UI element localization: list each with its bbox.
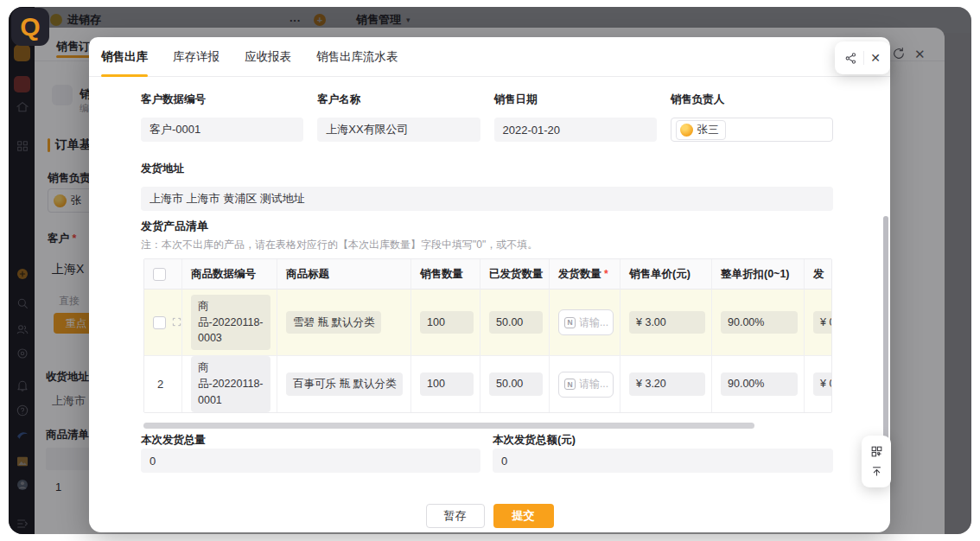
form-fields-row: 客户数据编号 客户-0001 客户名称 上海XX有限公司 销售日期 2022-0… xyxy=(141,92,833,142)
unit-price: ¥ 3.00 xyxy=(629,311,705,334)
divider xyxy=(863,51,864,65)
field-customer-code: 客户数据编号 客户-0001 xyxy=(141,92,303,142)
shipped-qty: 50.00 xyxy=(489,311,543,334)
field-label: 客户数据编号 xyxy=(141,92,303,107)
ship-qty-placeholder: 请输... xyxy=(579,377,608,391)
expand-row-icon[interactable] xyxy=(172,315,181,330)
discount: 90.00% xyxy=(721,311,798,334)
product-list-title: 发货产品清单 xyxy=(141,219,208,234)
table-horizontal-scrollbar[interactable] xyxy=(143,423,754,429)
modal-vertical-scrollbar[interactable] xyxy=(883,216,888,448)
close-icon[interactable]: ✕ xyxy=(870,52,881,64)
sales-date-input[interactable]: 2022-01-20 xyxy=(494,118,657,142)
floating-tools xyxy=(862,436,891,487)
sales-owner-input[interactable]: 张三 xyxy=(671,118,833,142)
sales-outbound-modal: 销售出库 库存详报 应收报表 销售出库流水表 客户数据编号 客户-0001 客户… xyxy=(89,37,890,532)
sales-qty: 100 xyxy=(420,311,474,334)
total-amount-value: 0 xyxy=(493,449,833,473)
ship-qty-input[interactable]: N 请输... xyxy=(558,372,614,398)
screenshot-stage: 进销存 ··· + 销售管理 ▾ xyxy=(0,0,980,541)
qr-code-icon[interactable] xyxy=(870,445,883,458)
total-amount-label: 本次发货总额(元) xyxy=(493,433,576,448)
back-to-top-icon[interactable] xyxy=(870,465,883,478)
amount: ¥ 0 xyxy=(813,372,832,396)
tab-receivable-report[interactable]: 应收报表 xyxy=(245,37,291,76)
required-marker: * xyxy=(604,268,608,280)
customer-code-input[interactable]: 客户-0001 xyxy=(141,118,303,142)
col-product-title: 商品标题 xyxy=(286,267,329,282)
number-input-icon: N xyxy=(564,379,576,390)
product-code: 商品-20220118-0001 xyxy=(191,356,270,411)
total-qty-value: 0 xyxy=(141,449,480,473)
field-sales-owner: 销售负责人 张三 xyxy=(671,92,833,142)
col-discount: 整单折扣(0~1) xyxy=(721,267,790,282)
submit-button[interactable]: 提交 xyxy=(493,504,554,528)
amount: ¥ 0 xyxy=(813,311,832,334)
col-amount: 发 xyxy=(813,267,824,282)
modal-footer: 暂存 提交 xyxy=(89,504,890,528)
product-table: 商品数据编号 商品标题 销售数量 已发货数量 发货数量* 销售单价(元) 整单折… xyxy=(143,258,832,413)
q-logo[interactable]: Q xyxy=(11,8,49,46)
col-shipped-qty: 已发货数量 xyxy=(489,267,544,282)
field-label: 客户名称 xyxy=(317,92,480,107)
field-label: 销售日期 xyxy=(494,92,657,107)
col-product-code: 商品数据编号 xyxy=(191,267,256,282)
field-customer-name: 客户名称 上海XX有限公司 xyxy=(317,92,480,142)
field-sales-date: 销售日期 2022-01-20 xyxy=(494,92,657,142)
col-sales-qty: 销售数量 xyxy=(420,267,463,282)
sales-qty: 100 xyxy=(420,372,474,396)
total-qty-label: 本次发货总量 xyxy=(141,433,206,448)
owner-person-tag[interactable]: 张三 xyxy=(676,120,726,140)
save-draft-button[interactable]: 暂存 xyxy=(426,504,485,528)
table-header-row: 商品数据编号 商品标题 销售数量 已发货数量 发货数量* 销售单价(元) 整单折… xyxy=(144,259,832,290)
product-code: 商品-20220118-0003 xyxy=(191,295,270,350)
person-name: 张三 xyxy=(697,123,719,137)
ship-qty-input[interactable]: N 请输... xyxy=(558,309,614,335)
col-ship-qty: 发货数量 xyxy=(558,267,601,282)
customer-name-input[interactable]: 上海XX有限公司 xyxy=(317,118,480,142)
discount: 90.00% xyxy=(721,372,798,396)
share-close-toolbar: ✕ xyxy=(835,41,890,74)
table-row: 商品-20220118-0003 雪碧 瓶 默认分类 100 50.00 N 请… xyxy=(144,290,832,355)
product-title: 百事可乐 瓶 默认分类 xyxy=(286,372,403,396)
ship-qty-placeholder: 请输... xyxy=(579,315,608,330)
product-title: 雪碧 瓶 默认分类 xyxy=(286,311,381,334)
row-checkbox[interactable] xyxy=(153,316,166,329)
ship-address-input[interactable]: 上海市 上海市 黄浦区 测试地址 xyxy=(141,187,833,211)
tab-inventory-report[interactable]: 库存详报 xyxy=(173,37,220,76)
tab-outbound-flow[interactable]: 销售出库流水表 xyxy=(316,37,398,76)
person-avatar xyxy=(680,124,693,137)
select-all-checkbox[interactable] xyxy=(153,268,166,281)
tab-sales-outbound[interactable]: 销售出库 xyxy=(101,37,148,76)
col-unit-price: 销售单价(元) xyxy=(629,267,690,282)
shipped-qty: 50.00 xyxy=(489,372,543,396)
product-list-note: 注：本次不出库的产品，请在表格对应行的【本次出库数量】字段中填写"0"，或不填。 xyxy=(141,238,538,252)
row-index: 2 xyxy=(153,378,163,391)
unit-price: ¥ 3.20 xyxy=(629,372,705,396)
number-input-icon: N xyxy=(564,317,576,328)
table-row: 2 商品-20220118-0001 百事可乐 瓶 默认分类 100 50.00… xyxy=(144,355,832,412)
share-icon[interactable] xyxy=(844,52,857,65)
field-ship-address: 发货地址 上海市 上海市 黄浦区 测试地址 xyxy=(141,162,833,211)
field-label: 销售负责人 xyxy=(671,92,833,107)
ship-address-label: 发货地址 xyxy=(141,162,833,176)
modal-tab-bar: 销售出库 库存详报 应收报表 销售出库流水表 xyxy=(89,37,890,77)
